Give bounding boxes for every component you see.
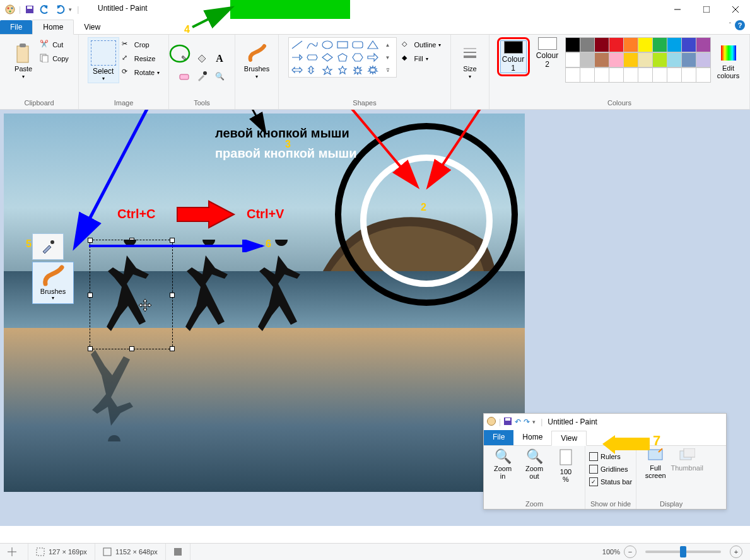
colour-swatch[interactable] (565, 37, 580, 52)
colour-swatch[interactable] (667, 67, 682, 83)
fill-icon: ◆ (402, 54, 412, 64)
divider: | (19, 5, 21, 14)
colour-swatch[interactable] (638, 37, 653, 52)
colour-swatch[interactable] (594, 37, 609, 52)
statusbar-checkbox[interactable]: ✓Status bar (589, 477, 632, 486)
annotation-colour1-highlight: Colour 1 (497, 37, 530, 76)
tab-home[interactable]: Home (32, 20, 74, 35)
colour-swatch[interactable] (609, 52, 624, 67)
colour-swatch[interactable] (638, 52, 653, 67)
edit-colours-button[interactable]: Edit colours (715, 37, 742, 83)
svg-marker-21 (292, 55, 302, 60)
undo-icon[interactable] (38, 3, 51, 16)
svg-rect-18 (337, 42, 348, 48)
inset-tab-view[interactable]: View (551, 431, 587, 446)
fill-tool[interactable] (194, 51, 209, 66)
zoom-slider[interactable] (645, 551, 721, 553)
resize-button[interactable]: ⤢Resize (122, 54, 160, 64)
colour2-button[interactable]: Colour 2 (535, 37, 560, 69)
tab-file[interactable]: File (0, 20, 32, 34)
zoom-in-button[interactable]: + (730, 545, 742, 558)
annotation-num-7: 7 (653, 433, 660, 449)
undo-icon[interactable]: ↶ (515, 417, 521, 426)
colour-swatch[interactable] (565, 52, 580, 67)
save-icon[interactable] (503, 417, 512, 428)
minimize-button[interactable] (663, 0, 692, 19)
status-filesize (166, 544, 190, 560)
colour-swatch[interactable] (565, 67, 580, 83)
tab-view[interactable]: View (74, 20, 110, 34)
gridlines-checkbox[interactable]: Gridlines (589, 465, 632, 474)
rulers-checkbox[interactable]: Rulers (589, 452, 632, 461)
redo-icon[interactable]: ↷ (524, 417, 530, 426)
select-button[interactable]: Select ▾ (88, 37, 119, 83)
svg-rect-51 (560, 450, 571, 465)
svg-rect-14 (180, 74, 189, 79)
crop-button[interactable]: ✂Crop (122, 40, 160, 50)
colour-swatch[interactable] (652, 67, 667, 83)
inset-tab-home[interactable]: Home (513, 430, 551, 445)
svg-point-15 (203, 71, 207, 75)
paste-button[interactable]: Paste ▾ (9, 37, 37, 83)
brushes-button[interactable]: Brushes ▾ (243, 37, 271, 83)
colour-palette[interactable] (565, 37, 710, 83)
colour-swatch[interactable] (580, 67, 595, 83)
close-button[interactable] (721, 0, 750, 19)
size-button[interactable]: Size ▾ (456, 37, 484, 83)
collapse-ribbon-icon[interactable]: ˆ (729, 22, 731, 29)
colour-swatch[interactable] (681, 52, 696, 67)
canvas[interactable]: Brushes ▾ левой кнопкой мыши правой кноп… (4, 114, 525, 492)
svg-rect-36 (721, 45, 736, 61)
fill-button[interactable]: ◆Fill ▾ (402, 54, 442, 64)
colour-swatch[interactable] (681, 37, 696, 52)
colour-swatch[interactable] (681, 67, 696, 83)
thumbnail-button[interactable]: Thumbnail (672, 448, 702, 479)
colour-swatch[interactable] (696, 67, 711, 83)
eraser-tool[interactable] (177, 69, 192, 84)
maximize-button[interactable] (692, 0, 721, 19)
colour-swatch[interactable] (623, 67, 638, 83)
picker-tool[interactable] (194, 69, 209, 84)
inset-tab-file[interactable]: File (484, 430, 513, 445)
copy-button[interactable]: Copy (40, 54, 69, 64)
colour-swatch[interactable] (594, 67, 609, 83)
svg-rect-50 (505, 418, 510, 421)
colour-swatch[interactable] (580, 37, 595, 52)
colour-swatch[interactable] (667, 37, 682, 52)
runner-2 (180, 240, 237, 334)
save-icon[interactable] (23, 3, 36, 16)
colour-swatch[interactable] (594, 52, 609, 67)
zoom-in-button[interactable]: 🔍Zoom in (488, 448, 518, 483)
svg-point-39 (50, 240, 54, 244)
magnifier-tool[interactable]: 🔍 (212, 69, 227, 84)
colour-swatch[interactable] (667, 52, 682, 67)
zoom-out-button[interactable]: − (624, 545, 636, 558)
group-image: Select ▾ ✂Crop ⤢Resize ⟳Rotate ▾ Image (79, 35, 169, 109)
full-screen-button[interactable]: Full screen (640, 448, 671, 479)
colour-swatch[interactable] (609, 67, 624, 83)
qat-dropdown-icon[interactable]: ▾ (69, 6, 72, 13)
colour-swatch[interactable] (652, 52, 667, 67)
colour-swatch[interactable] (623, 52, 638, 67)
colour-swatch[interactable] (696, 52, 711, 67)
outline-button[interactable]: ◇Outline ▾ (402, 40, 442, 50)
colour1-button[interactable]: Colour 1 (500, 40, 527, 73)
redo-icon[interactable] (54, 3, 66, 16)
ribbon-home: Paste ▾ ✂️Cut Copy Clipboard Select ▾ ✂C… (0, 35, 750, 110)
pencil-tool[interactable]: ✎ (177, 51, 192, 66)
colour-swatch[interactable] (696, 37, 711, 52)
colour-swatch[interactable] (652, 37, 667, 52)
text-tool[interactable]: A (212, 51, 227, 66)
colour-swatch[interactable] (580, 52, 595, 67)
help-icon[interactable]: ? (735, 20, 745, 30)
shapes-gallery[interactable]: ▲ ▼ ⊽ (290, 39, 395, 76)
colour-swatch[interactable] (623, 37, 638, 52)
zoom-100-button[interactable]: 100 % (551, 448, 581, 483)
brush-icon (42, 265, 64, 288)
colour-swatch[interactable] (609, 37, 624, 52)
colour-swatch[interactable] (638, 67, 653, 83)
cut-button[interactable]: ✂️Cut (40, 40, 69, 50)
zoom-thumb[interactable] (680, 546, 686, 557)
rotate-button[interactable]: ⟳Rotate ▾ (122, 67, 160, 78)
zoom-out-button[interactable]: 🔍Zoom out (519, 448, 549, 483)
